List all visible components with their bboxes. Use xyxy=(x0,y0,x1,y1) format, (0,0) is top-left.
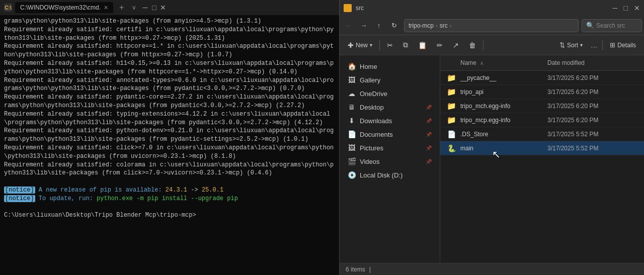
file-icon-0: 📁 xyxy=(446,73,456,83)
file-name-4: .DS_Store xyxy=(460,131,547,138)
sidebar-label-4: Downloads xyxy=(360,117,392,125)
details-label: Details xyxy=(617,42,636,49)
file-icon-4: 📄 xyxy=(446,129,456,139)
cut-button[interactable]: ✂ xyxy=(383,38,397,53)
cmd-tab-active[interactable]: C:\WINDOWS\system32\cmd. ✕ xyxy=(15,2,113,13)
explorer-icon xyxy=(344,4,352,12)
breadcrumb-item-src[interactable]: src xyxy=(440,22,448,29)
cmd-output-lines: grams\python\python313\lib\site-packages… xyxy=(4,18,334,176)
explorer-close-button[interactable]: ✕ xyxy=(634,4,640,12)
cmd-titlebar: C:\ C:\WINDOWS\system32\cmd. ✕ + ∨ ─ □ ✕ xyxy=(0,0,339,15)
sidebar-item-downloads[interactable]: ⬇Downloads📌 xyxy=(342,114,438,127)
sidebar-label-5: Documents xyxy=(360,131,393,138)
copy-button[interactable]: ⧉ xyxy=(399,38,412,53)
search-box[interactable]: 🔍 Search src xyxy=(582,19,642,32)
status-bar: 6 items | xyxy=(340,263,644,275)
sidebar-label-7: Videos xyxy=(360,158,380,165)
sidebar-label-3: Desktop xyxy=(360,104,384,111)
sidebar-pin-icon-3: 📌 xyxy=(426,105,432,110)
column-header-name[interactable]: Name ∧ xyxy=(460,57,547,68)
sidebar-item-home[interactable]: 🏠Home xyxy=(342,60,438,73)
sort-dropdown-icon: ▾ xyxy=(580,42,583,48)
file-date-4: 3/17/2025 5:52 PM xyxy=(547,131,638,138)
sidebar-pin-icon-7: 📌 xyxy=(426,159,432,164)
sidebar-item-desktop[interactable]: 🖥Desktop📌 xyxy=(342,101,438,114)
sidebar-item-gallery[interactable]: 🖼Gallery xyxy=(342,73,438,86)
paste-icon: 📋 xyxy=(418,41,427,49)
sidebar-icon-8: 💿 xyxy=(348,171,356,179)
file-row-main[interactable]: 🐍main3/17/2025 5:52 PM xyxy=(440,141,644,155)
up-button[interactable]: ↑ xyxy=(372,19,386,33)
explorer-maximize-button[interactable]: □ xyxy=(624,4,628,12)
explorer-title: src xyxy=(356,5,609,12)
tab-dropdown-arrow[interactable]: ∨ xyxy=(130,4,138,11)
sort-button[interactable]: ⇅ Sort ▾ xyxy=(555,38,587,53)
file-row-tripo-mch-egg-info[interactable]: 📁tripo_mch.egg-info3/17/2025 6:20 PM xyxy=(440,99,644,113)
column-header-date[interactable]: Date modified xyxy=(547,59,638,66)
toolbar-separator-2 xyxy=(483,40,484,50)
file-date-0: 3/17/2025 6:20 PM xyxy=(547,74,638,81)
cmd-icon: C:\ xyxy=(4,4,12,12)
details-icon: ⊞ xyxy=(610,41,615,49)
file-date-2: 3/17/2025 6:20 PM xyxy=(547,103,638,110)
sidebar-icon-3: 🖥 xyxy=(348,103,356,111)
explorer-window-controls: ─ □ ✕ xyxy=(613,4,640,12)
new-button[interactable]: ✚ New ▾ xyxy=(344,38,376,53)
search-placeholder: Search src xyxy=(596,22,625,29)
close-button[interactable]: ✕ xyxy=(159,4,167,11)
new-tab-button[interactable]: + xyxy=(116,4,127,12)
cmd-notice1: [notice] A new release of pip is availab… xyxy=(4,187,223,194)
column-name-label: Name xyxy=(460,59,476,66)
cmd-tab-label: C:\WINDOWS\system32\cmd. xyxy=(20,4,101,11)
sidebar-icon-6: 🖼 xyxy=(348,144,356,152)
explorer-minimize-button[interactable]: ─ xyxy=(613,4,618,12)
file-name-2: tripo_mch.egg-info xyxy=(460,103,547,110)
breadcrumb-item-tripo[interactable]: tripo-mcp xyxy=(409,22,434,29)
sidebar-icon-0: 🏠 xyxy=(348,62,356,70)
address-bar[interactable]: tripo-mcp › src › xyxy=(404,19,579,32)
file-icon-5: 🐍 xyxy=(446,143,456,153)
sidebar-label-6: Pictures xyxy=(360,144,383,152)
share-button[interactable]: ↗ xyxy=(449,38,463,53)
rename-button[interactable]: ✏ xyxy=(433,38,447,53)
sidebar-pin-icon-6: 📌 xyxy=(426,145,432,151)
toolbar-separator-3 xyxy=(602,40,603,50)
file-row-tripo-api[interactable]: 📁tripo_api3/17/2025 6:20 PM xyxy=(440,85,644,99)
sidebar-item-pictures[interactable]: 🖼Pictures📌 xyxy=(342,141,438,154)
delete-button[interactable]: 🗑 xyxy=(465,38,480,53)
sidebar-item-documents[interactable]: 📄Documents📌 xyxy=(342,128,438,141)
file-row--DS-Store[interactable]: 📄.DS_Store3/17/2025 5:52 PM xyxy=(440,127,644,141)
file-row-tripo-mcp-egg-info[interactable]: 📁tripo_mcp.egg-info3/17/2025 6:20 PM xyxy=(440,113,644,127)
sidebar-item-local-disk-d[interactable]: 💿Local Disk (D:) xyxy=(342,168,438,181)
file-icon-1: 📁 xyxy=(446,87,456,97)
delete-icon: 🗑 xyxy=(469,41,476,49)
toolbar-separator-1 xyxy=(379,40,380,50)
arrow: -> xyxy=(191,187,198,194)
cmd-tab-close[interactable]: ✕ xyxy=(104,5,108,11)
forward-button[interactable]: → xyxy=(357,19,371,33)
breadcrumb-sep-1: › xyxy=(436,23,438,29)
toolbar-right: ⇅ Sort ▾ ... ⊞ Details xyxy=(555,38,640,53)
paste-button[interactable]: 📋 xyxy=(414,38,431,53)
file-date-3: 3/17/2025 6:20 PM xyxy=(547,117,638,124)
sidebar-icon-5: 📄 xyxy=(348,130,356,138)
maximize-button[interactable]: □ xyxy=(150,4,157,11)
sidebar-item-videos[interactable]: 🎬Videos📌 xyxy=(342,155,438,168)
copy-icon: ⧉ xyxy=(403,41,408,49)
version-old: 24.3.1 xyxy=(166,187,187,194)
sidebar-label-8: Local Disk (D:) xyxy=(360,171,403,179)
share-icon: ↗ xyxy=(453,41,459,49)
refresh-button[interactable]: ↻ xyxy=(387,19,401,33)
sidebar-item-onedrive[interactable]: ☁OneDrive xyxy=(342,87,438,100)
cut-icon: ✂ xyxy=(387,41,393,49)
sidebar-label-0: Home xyxy=(360,63,377,70)
sidebar-icon-1: 🖼 xyxy=(348,76,356,84)
details-button[interactable]: ⊞ Details xyxy=(606,38,640,53)
file-row---pycache--[interactable]: 📁__pycache__3/17/2025 6:20 PM xyxy=(440,71,644,85)
minimize-button[interactable]: ─ xyxy=(141,4,148,11)
status-separator: | xyxy=(369,266,371,273)
more-options-button[interactable]: ... xyxy=(589,41,599,50)
back-button[interactable]: ← xyxy=(342,19,356,33)
file-name-5: main xyxy=(460,145,547,152)
cmd-prompt: C:\Users\liuxuan\Desktop\Tripo Blender M… xyxy=(4,212,196,219)
